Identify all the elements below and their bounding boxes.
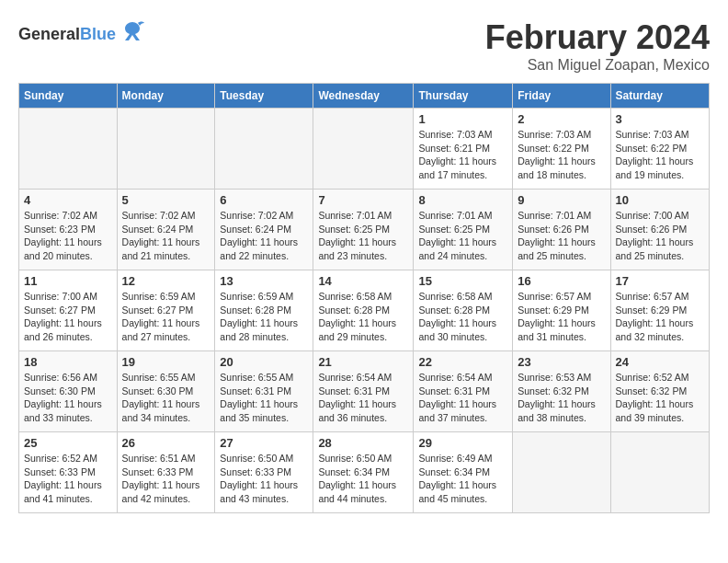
week-row-4: 18Sunrise: 6:56 AM Sunset: 6:30 PM Dayli… <box>19 351 710 432</box>
calendar-cell: 18Sunrise: 6:56 AM Sunset: 6:30 PM Dayli… <box>19 351 118 432</box>
day-number: 18 <box>24 355 112 369</box>
day-number: 3 <box>616 112 705 126</box>
day-number: 2 <box>518 112 605 126</box>
calendar-cell: 12Sunrise: 6:59 AM Sunset: 6:27 PM Dayli… <box>117 270 215 351</box>
day-info: Sunrise: 7:03 AM Sunset: 6:22 PM Dayligh… <box>616 128 705 182</box>
calendar-cell: 7Sunrise: 7:01 AM Sunset: 6:25 PM Daylig… <box>313 190 414 270</box>
title-area: February 2024 San Miguel Zoapan, Mexico <box>485 18 710 74</box>
day-info: Sunrise: 6:52 AM Sunset: 6:33 PM Dayligh… <box>24 452 112 506</box>
day-number: 19 <box>122 355 210 369</box>
day-number: 1 <box>418 112 507 126</box>
calendar-cell: 13Sunrise: 6:59 AM Sunset: 6:28 PM Dayli… <box>215 270 313 351</box>
day-number: 4 <box>24 193 112 207</box>
calendar-cell <box>19 109 118 190</box>
day-info: Sunrise: 6:50 AM Sunset: 6:34 PM Dayligh… <box>318 452 408 506</box>
calendar-cell: 28Sunrise: 6:50 AM Sunset: 6:34 PM Dayli… <box>313 432 414 513</box>
logo-general: General <box>18 25 80 43</box>
calendar-cell: 11Sunrise: 7:00 AM Sunset: 6:27 PM Dayli… <box>19 270 118 351</box>
day-header-tuesday: Tuesday <box>215 84 313 109</box>
calendar-cell: 16Sunrise: 6:57 AM Sunset: 6:29 PM Dayli… <box>513 270 610 351</box>
bird-icon <box>119 18 145 50</box>
calendar-cell: 21Sunrise: 6:54 AM Sunset: 6:31 PM Dayli… <box>313 351 414 432</box>
day-header-sunday: Sunday <box>19 84 118 109</box>
day-number: 11 <box>24 274 112 288</box>
week-row-5: 25Sunrise: 6:52 AM Sunset: 6:33 PM Dayli… <box>19 432 710 513</box>
day-info: Sunrise: 6:50 AM Sunset: 6:33 PM Dayligh… <box>220 452 308 506</box>
logo-blue: Blue <box>80 25 116 43</box>
day-number: 9 <box>518 193 605 207</box>
day-info: Sunrise: 7:03 AM Sunset: 6:22 PM Dayligh… <box>518 128 605 182</box>
calendar-cell: 8Sunrise: 7:01 AM Sunset: 6:25 PM Daylig… <box>414 190 513 270</box>
calendar-cell: 5Sunrise: 7:02 AM Sunset: 6:24 PM Daylig… <box>117 190 215 270</box>
day-number: 23 <box>518 355 605 369</box>
day-number: 21 <box>318 355 408 369</box>
day-info: Sunrise: 7:02 AM Sunset: 6:24 PM Dayligh… <box>122 209 210 263</box>
calendar-cell: 24Sunrise: 6:52 AM Sunset: 6:32 PM Dayli… <box>610 351 710 432</box>
day-number: 22 <box>418 355 507 369</box>
page-header: GeneralBlue February 2024 San Miguel Zoa… <box>18 18 710 74</box>
day-number: 5 <box>122 193 210 207</box>
calendar-cell: 22Sunrise: 6:54 AM Sunset: 6:31 PM Dayli… <box>414 351 513 432</box>
calendar-cell: 27Sunrise: 6:50 AM Sunset: 6:33 PM Dayli… <box>215 432 313 513</box>
day-number: 24 <box>616 355 705 369</box>
day-number: 12 <box>122 274 210 288</box>
calendar-cell <box>215 109 313 190</box>
day-info: Sunrise: 7:01 AM Sunset: 6:25 PM Dayligh… <box>318 209 408 263</box>
calendar-cell <box>610 432 710 513</box>
calendar-cell <box>513 432 610 513</box>
calendar-cell: 15Sunrise: 6:58 AM Sunset: 6:28 PM Dayli… <box>414 270 513 351</box>
day-number: 16 <box>518 274 605 288</box>
day-header-friday: Friday <box>513 84 610 109</box>
calendar-cell: 29Sunrise: 6:49 AM Sunset: 6:34 PM Dayli… <box>414 432 513 513</box>
day-number: 15 <box>418 274 507 288</box>
day-number: 10 <box>616 193 705 207</box>
day-info: Sunrise: 6:55 AM Sunset: 6:30 PM Dayligh… <box>122 371 210 425</box>
week-row-1: 1Sunrise: 7:03 AM Sunset: 6:21 PM Daylig… <box>19 109 710 190</box>
calendar-cell: 14Sunrise: 6:58 AM Sunset: 6:28 PM Dayli… <box>313 270 414 351</box>
day-number: 8 <box>418 193 507 207</box>
day-number: 26 <box>122 436 210 450</box>
day-header-monday: Monday <box>117 84 215 109</box>
calendar-body: 1Sunrise: 7:03 AM Sunset: 6:21 PM Daylig… <box>19 109 710 513</box>
day-number: 27 <box>220 436 308 450</box>
day-number: 25 <box>24 436 112 450</box>
calendar-cell: 19Sunrise: 6:55 AM Sunset: 6:30 PM Dayli… <box>117 351 215 432</box>
day-info: Sunrise: 7:02 AM Sunset: 6:23 PM Dayligh… <box>24 209 112 263</box>
calendar-cell: 6Sunrise: 7:02 AM Sunset: 6:24 PM Daylig… <box>215 190 313 270</box>
day-info: Sunrise: 6:55 AM Sunset: 6:31 PM Dayligh… <box>220 371 308 425</box>
logo: GeneralBlue <box>18 18 145 50</box>
day-info: Sunrise: 6:59 AM Sunset: 6:27 PM Dayligh… <box>122 290 210 344</box>
day-header-thursday: Thursday <box>414 84 513 109</box>
calendar-cell: 9Sunrise: 7:01 AM Sunset: 6:26 PM Daylig… <box>513 190 610 270</box>
day-info: Sunrise: 6:58 AM Sunset: 6:28 PM Dayligh… <box>318 290 408 344</box>
day-number: 29 <box>418 436 507 450</box>
calendar-cell: 23Sunrise: 6:53 AM Sunset: 6:32 PM Dayli… <box>513 351 610 432</box>
day-number: 17 <box>616 274 705 288</box>
day-info: Sunrise: 6:51 AM Sunset: 6:33 PM Dayligh… <box>122 452 210 506</box>
calendar-cell: 2Sunrise: 7:03 AM Sunset: 6:22 PM Daylig… <box>513 109 610 190</box>
calendar-header-row: SundayMondayTuesdayWednesdayThursdayFrid… <box>19 84 710 109</box>
calendar-cell: 3Sunrise: 7:03 AM Sunset: 6:22 PM Daylig… <box>610 109 710 190</box>
calendar-cell: 4Sunrise: 7:02 AM Sunset: 6:23 PM Daylig… <box>19 190 118 270</box>
day-header-wednesday: Wednesday <box>313 84 414 109</box>
day-info: Sunrise: 6:57 AM Sunset: 6:29 PM Dayligh… <box>518 290 605 344</box>
calendar-cell: 20Sunrise: 6:55 AM Sunset: 6:31 PM Dayli… <box>215 351 313 432</box>
day-header-saturday: Saturday <box>610 84 710 109</box>
day-number: 20 <box>220 355 308 369</box>
calendar-cell <box>313 109 414 190</box>
day-number: 6 <box>220 193 308 207</box>
week-row-2: 4Sunrise: 7:02 AM Sunset: 6:23 PM Daylig… <box>19 190 710 270</box>
calendar-cell <box>117 109 215 190</box>
day-info: Sunrise: 6:57 AM Sunset: 6:29 PM Dayligh… <box>616 290 705 344</box>
day-info: Sunrise: 7:03 AM Sunset: 6:21 PM Dayligh… <box>418 128 507 182</box>
calendar-cell: 25Sunrise: 6:52 AM Sunset: 6:33 PM Dayli… <box>19 432 118 513</box>
day-number: 7 <box>318 193 408 207</box>
day-info: Sunrise: 6:52 AM Sunset: 6:32 PM Dayligh… <box>616 371 705 425</box>
day-info: Sunrise: 6:49 AM Sunset: 6:34 PM Dayligh… <box>418 452 507 506</box>
day-info: Sunrise: 6:59 AM Sunset: 6:28 PM Dayligh… <box>220 290 308 344</box>
calendar-cell: 26Sunrise: 6:51 AM Sunset: 6:33 PM Dayli… <box>117 432 215 513</box>
day-info: Sunrise: 6:54 AM Sunset: 6:31 PM Dayligh… <box>318 371 408 425</box>
calendar-cell: 17Sunrise: 6:57 AM Sunset: 6:29 PM Dayli… <box>610 270 710 351</box>
week-row-3: 11Sunrise: 7:00 AM Sunset: 6:27 PM Dayli… <box>19 270 710 351</box>
day-info: Sunrise: 6:53 AM Sunset: 6:32 PM Dayligh… <box>518 371 605 425</box>
